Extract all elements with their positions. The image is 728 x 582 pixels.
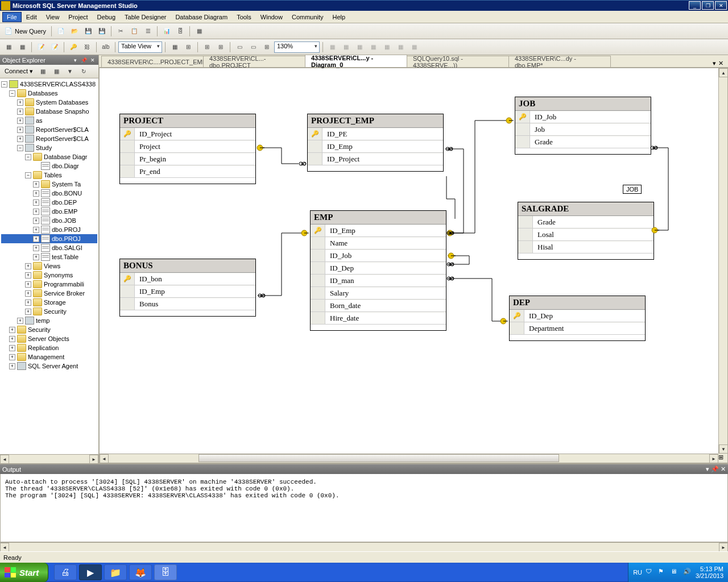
table-column[interactable]: Pr_end [120, 165, 255, 178]
tree-dbdiag[interactable]: −Database Diagr [1, 152, 97, 161]
table-column[interactable]: Pr_begin [120, 153, 255, 165]
diagram-table-emp[interactable]: EMP🔑ID_EmpNameID_JobID_DepID_manSalaryBo… [310, 210, 446, 331]
task-firefox[interactable]: 🦊 [129, 564, 152, 580]
btn-arrange[interactable]: ⊞ [201, 41, 213, 53]
out-scroll-left[interactable]: ◄ [0, 543, 9, 552]
table-column[interactable]: Job [515, 123, 651, 136]
btn-x7[interactable]: ▦ [408, 41, 420, 53]
table-view-combo[interactable]: Table View [118, 41, 162, 53]
task-ssms[interactable]: 🗄 [154, 564, 177, 580]
minimize-button[interactable]: _ [689, 1, 701, 10]
table-column[interactable]: ID_Dep [311, 262, 446, 275]
menu-edit[interactable]: Edit [22, 12, 42, 22]
btn-x3[interactable]: ▦ [353, 41, 366, 53]
table-header[interactable]: PROJECT_EMP [308, 114, 443, 128]
tree-databases[interactable]: −Databases [1, 89, 97, 98]
btn-prop[interactable]: ☰ [142, 25, 154, 38]
btn-addtable[interactable]: ▦ [2, 41, 15, 53]
tray-shield-icon[interactable]: 🛡 [646, 568, 655, 577]
table-header[interactable]: BONUS [120, 259, 255, 273]
tray-flag-icon[interactable]: ⚑ [658, 568, 667, 577]
table-column[interactable]: ID_man [311, 275, 446, 287]
tree-t1[interactable]: +dbo.BONU [1, 189, 97, 198]
tree-t8[interactable]: +test.Table [1, 252, 97, 261]
tree-dbod[interactable]: dbo.Diagr [1, 161, 97, 171]
tree-server[interactable]: −4338SERVER\CLASS4338 [1, 80, 97, 89]
diagram-table-salgrade[interactable]: SALGRADEGradeLosalHisal [518, 202, 654, 260]
btn-recalc[interactable]: ▭ [247, 41, 259, 53]
tree-mgmt[interactable]: +Management [1, 352, 97, 361]
table-column[interactable]: ID_Emp [120, 285, 255, 298]
tree-study[interactable]: −Study [1, 143, 97, 152]
tree-temp[interactable]: +temp [1, 316, 97, 325]
table-column[interactable]: 🔑ID_Job [515, 111, 651, 123]
table-column[interactable]: Project [120, 140, 255, 153]
tree-rs1[interactable]: +ReportServer$CLA [1, 125, 97, 134]
btn-arrange2[interactable]: ⊞ [214, 41, 227, 53]
output-dropdown-icon[interactable]: ▾ [706, 465, 709, 472]
table-column[interactable]: 🔑ID_PE [308, 128, 443, 140]
menu-help[interactable]: Help [328, 12, 350, 22]
table-column[interactable]: ID_Job [311, 250, 446, 262]
btn-script2[interactable]: 📝 [48, 41, 61, 53]
btn-cut[interactable]: ✂ [114, 25, 127, 38]
zoom-combo[interactable]: 130% [274, 41, 320, 53]
menu-view[interactable]: View [42, 12, 64, 22]
pane-pin-icon[interactable]: 📌 [80, 56, 88, 64]
task-printer[interactable]: 🖨 [54, 564, 77, 580]
btn-autosize[interactable]: ⊞ [182, 41, 195, 53]
connect-refresh[interactable]: ↻ [77, 65, 90, 78]
tray-net-icon[interactable]: 🖥 [671, 568, 680, 577]
table-header[interactable]: EMP [311, 211, 446, 225]
connect-dropdown[interactable]: Connect ▾ [2, 66, 35, 76]
tree-repl[interactable]: +Replication [1, 343, 97, 352]
tree-t4[interactable]: +dbo.JOB [1, 216, 97, 225]
table-column[interactable]: 🔑ID_bon [120, 273, 255, 285]
menu-table-designer[interactable]: Table Designer [120, 12, 171, 22]
tab-project[interactable]: 4338SERVER\CL...- dbo.PROJECT [203, 56, 305, 67]
tab-emp[interactable]: 4338SERVER\C...dy - dbo.EMP* [508, 56, 611, 67]
tree-t7[interactable]: +dbo.SALGI [1, 243, 97, 252]
table-column[interactable]: Hire_date [311, 312, 446, 325]
table-column[interactable]: Hisal [518, 241, 653, 253]
task-explorer[interactable]: 📁 [104, 564, 127, 580]
btn-addrel[interactable]: ▦ [16, 41, 28, 53]
tree-t3[interactable]: +dbo.EMP [1, 207, 97, 216]
menu-file[interactable]: File [2, 12, 22, 22]
tree-syn[interactable]: +Synonyms [1, 271, 97, 280]
tree-syst[interactable]: +System Ta [1, 180, 97, 189]
menu-tools[interactable]: Tools [232, 12, 256, 22]
table-column[interactable]: ID_Project [308, 153, 443, 165]
table-column[interactable]: Losal [518, 228, 653, 241]
tree-security[interactable]: +Security [1, 325, 97, 334]
connect-btn1[interactable]: ▦ [36, 65, 49, 78]
table-column[interactable]: Department [510, 322, 645, 335]
lang-indicator[interactable]: RU [633, 569, 642, 576]
menu-debug[interactable]: Debug [93, 12, 120, 22]
connect-filter[interactable]: ▼ [64, 65, 76, 78]
output-pin-icon[interactable]: 📌 [711, 465, 719, 472]
btn-textlabel[interactable]: alb [100, 41, 112, 53]
table-column[interactable]: Grade [518, 216, 653, 228]
start-button[interactable]: Start [0, 563, 48, 582]
btn-x1[interactable]: ▦ [326, 41, 338, 53]
tree-tables[interactable]: −Tables [1, 171, 97, 180]
tab-query[interactable]: SQLQuery10.sql - 4338SERVE...)) [407, 56, 509, 67]
btn-saveall[interactable]: 💾 [96, 25, 108, 38]
menu-community[interactable]: Community [287, 12, 328, 22]
clock[interactable]: 5:13 PM 3/21/2013 [696, 566, 723, 579]
pane-close-icon[interactable]: ✕ [89, 56, 96, 64]
diagram-table-job[interactable]: JOB🔑ID_JobJobGrade [515, 97, 651, 155]
tab-list-dropdown[interactable]: ▾ [713, 60, 716, 67]
btn-copy[interactable]: 📋 [128, 25, 140, 38]
menu-window[interactable]: Window [256, 12, 287, 22]
table-header[interactable]: PROJECT [120, 114, 255, 128]
tree-t2[interactable]: +dbo.DEP [1, 198, 97, 207]
output-close-icon[interactable]: ✕ [721, 465, 726, 472]
menu-database-diagram[interactable]: Database Diagram [171, 12, 232, 22]
tree-rs2[interactable]: +ReportServer$CLA [1, 134, 97, 143]
diagram-table-project_emp[interactable]: PROJECT_EMP🔑ID_PEID_EmpID_Project [307, 114, 444, 172]
btn-rel[interactable]: ⛓ [81, 41, 93, 53]
tree-t5[interactable]: +dbo.PROJ [1, 225, 97, 234]
table-header[interactable]: DEP [510, 296, 645, 310]
